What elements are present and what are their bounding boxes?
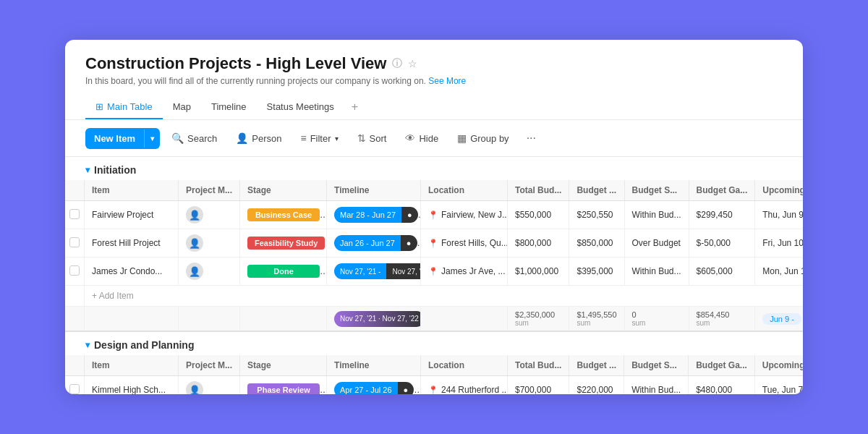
col-checkbox — [65, 355, 85, 376]
person-avatar: 👤 — [186, 381, 203, 394]
sort-icon: ⇅ — [357, 132, 366, 144]
table-design: Item Project M... Stage Timeline Locatio… — [65, 355, 803, 394]
project-manager: 👤 — [179, 201, 240, 229]
table-row: Fairview Project 👤 Business Case Mar 28 … — [65, 201, 803, 229]
tab-map[interactable]: Map — [163, 95, 201, 119]
search-icon: 🔍 — [171, 132, 184, 144]
stage-badge: Phase Review — [247, 383, 320, 394]
table-header-row: Item Project M... Stage Timeline Locatio… — [65, 180, 803, 201]
timeline-cell: Mar 28 - Jun 27 ● — [327, 201, 421, 229]
budget-status: Within Bud... — [624, 376, 689, 395]
new-item-button[interactable]: New Item ▾ — [85, 128, 160, 149]
page-title: Construction Projects - High Level View — [85, 54, 386, 73]
budget-gap: $-50,000 — [689, 229, 755, 258]
total-budget: $550,000 — [508, 201, 569, 229]
upcoming-status: Fri, Jun 10 — [755, 229, 803, 258]
budget2: $250,550 — [569, 201, 624, 229]
stage-cell: Feasibility Study — [240, 229, 327, 258]
project-manager: 👤 — [179, 258, 240, 286]
table-row: James Jr Condo... 👤 Done Nov 27, '21 - — [65, 258, 803, 286]
budget2: $395,000 — [569, 258, 624, 286]
content-area: ▾ Initiation Item Project M... Stage Tim… — [65, 157, 803, 394]
more-options-button[interactable]: ··· — [521, 127, 542, 149]
tab-status-meetings[interactable]: Status Meetings — [257, 95, 344, 119]
item-name[interactable]: Fairview Project — [85, 201, 179, 229]
upcoming-status: Thu, Jun 9 — [755, 201, 803, 229]
sum-budget-s: 0 sum — [624, 307, 689, 332]
section-header-initiation: ▾ Initiation — [65, 157, 803, 180]
col-stage: Stage — [240, 180, 327, 201]
search-button[interactable]: 🔍 Search — [164, 128, 224, 148]
sum-timeline: Nov 27, '21 · Nov 27, '22 — [327, 307, 421, 332]
row-checkbox[interactable] — [69, 237, 80, 247]
stage-badge: Done — [247, 265, 320, 278]
col-item: Item — [85, 355, 179, 376]
project-manager: 👤 — [179, 376, 240, 395]
row-checkbox[interactable] — [69, 384, 80, 394]
item-name[interactable]: James Jr Condo... — [85, 258, 179, 286]
location-icon: 📍 — [428, 267, 438, 276]
col-item: Item — [85, 180, 179, 201]
table-header-row-design: Item Project M... Stage Timeline Locatio… — [65, 355, 803, 376]
person-avatar: 👤 — [186, 263, 203, 280]
section-design: ▾ Design and Planning Item Project M... … — [65, 332, 803, 394]
filter-button[interactable]: ≡ Filter ▾ — [293, 128, 345, 148]
person-button[interactable]: 👤 Person — [229, 128, 289, 148]
person-icon: 👤 — [236, 132, 248, 144]
title-row: Construction Projects - High Level View … — [85, 54, 783, 73]
location-cell: 📍 James Jr Ave, ... — [421, 258, 508, 286]
item-name[interactable]: Forest Hill Project — [85, 229, 179, 258]
sort-button[interactable]: ⇅ Sort — [350, 128, 394, 148]
sum-total-bud: $2,350,000 sum — [508, 307, 569, 332]
location-cell: 📍 Fairview, New J... — [421, 201, 508, 229]
row-checkbox[interactable] — [69, 265, 80, 276]
group-by-button[interactable]: ▦ Group by — [450, 128, 516, 148]
col-timeline: Timeline — [327, 180, 421, 201]
table-row: Kimmel High Sch... 👤 Phase Review Apr 27… — [65, 376, 803, 395]
add-item-row[interactable]: + Add Item — [65, 286, 803, 307]
add-tab-button[interactable]: + — [344, 95, 365, 119]
total-budget: $1,000,000 — [508, 258, 569, 286]
budget-status: Over Budget — [624, 229, 689, 258]
timeline-cell: Apr 27 - Jul 26 ● — [327, 376, 421, 395]
stage-badge: Feasibility Study — [247, 237, 325, 250]
col-total-bud: Total Bud... — [508, 180, 569, 201]
location-icon: 📍 — [428, 239, 438, 248]
page-header: Construction Projects - High Level View … — [65, 40, 803, 120]
project-manager: 👤 — [179, 229, 240, 258]
upcoming-status: Mon, Jun 1 — [755, 258, 803, 286]
timeline-cell: Jan 26 - Jun 27 ● — [327, 229, 421, 258]
timeline-cell: Nov 27, '21 - Nov 27, '22 — [327, 258, 421, 286]
table-row: Forest Hill Project 👤 Feasibility Study … — [65, 229, 803, 258]
col-project-m: Project M... — [179, 180, 240, 201]
col-budget2: Budget ... — [569, 355, 624, 376]
tab-timeline[interactable]: Timeline — [201, 95, 257, 119]
col-project-m: Project M... — [179, 355, 240, 376]
main-table-icon: ⊞ — [95, 101, 103, 112]
col-upcoming: Upcoming Sta — [754, 355, 803, 376]
total-budget: $800,000 — [508, 229, 569, 258]
total-budget: $700,000 — [508, 376, 569, 395]
person-avatar: 👤 — [186, 206, 203, 224]
location-icon: 📍 — [428, 386, 438, 395]
new-item-caret[interactable]: ▾ — [144, 129, 160, 148]
timeline-bar: Mar 28 - Jun 27 ● — [334, 207, 418, 223]
person-avatar: 👤 — [186, 234, 203, 252]
sum-budget-ga: $854,450 sum — [689, 307, 755, 332]
filter-caret: ▾ — [335, 135, 339, 142]
location-cell: 📍 Forest Hills, Qu... — [421, 229, 508, 258]
star-icon[interactable]: ☆ — [408, 58, 417, 69]
section-chevron-design[interactable]: ▾ — [85, 340, 90, 350]
see-more-link[interactable]: See More — [428, 76, 466, 86]
section-header-design: ▾ Design and Planning — [65, 332, 803, 355]
section-initiation: ▾ Initiation Item Project M... Stage Tim… — [65, 157, 803, 332]
section-chevron-initiation[interactable]: ▾ — [85, 165, 90, 175]
hide-button[interactable]: 👁 Hide — [398, 128, 446, 148]
col-checkbox — [65, 180, 85, 201]
row-checkbox[interactable] — [69, 209, 80, 219]
stage-cell: Phase Review — [240, 376, 327, 395]
tab-main-table[interactable]: ⊞ Main Table — [85, 95, 163, 119]
col-upcoming: Upcoming Sta — [755, 180, 803, 201]
info-icon[interactable]: ⓘ — [392, 57, 402, 70]
item-name[interactable]: Kimmel High Sch... — [85, 376, 179, 395]
